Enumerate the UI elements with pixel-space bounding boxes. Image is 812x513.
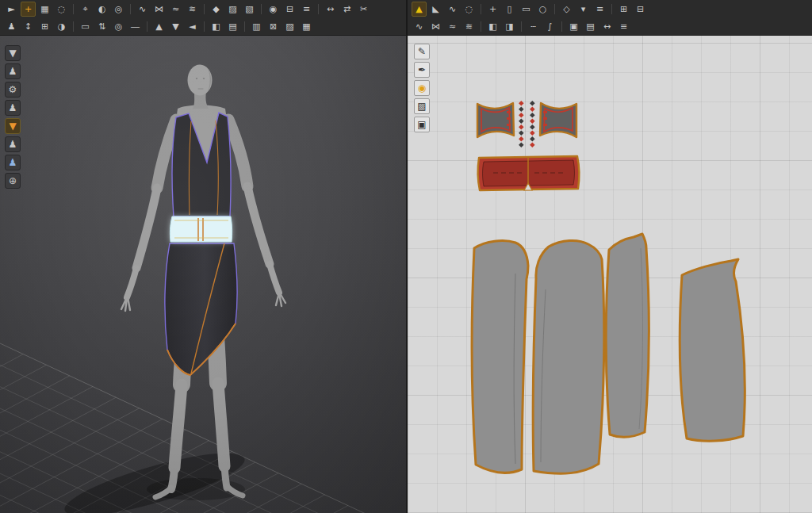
fit-map-tool[interactable]: ▧ (242, 2, 257, 17)
tack-on-avatar-tool[interactable]: ◆ (209, 2, 224, 17)
x-ray-mesh-tool[interactable]: ◑ (54, 19, 69, 34)
pattern-3d-window-tool[interactable]: ▣ (566, 19, 581, 34)
fabric-layer-button[interactable]: ▨ (414, 98, 430, 114)
lock-pattern-button[interactable]: ▣ (414, 117, 430, 132)
stitch-mark (530, 101, 535, 106)
toolbar-separator (127, 2, 134, 17)
simulation-quality-button[interactable]: ⚙ (5, 82, 21, 98)
toolbar-separator (477, 2, 485, 17)
wireframe-view-tool[interactable]: ▦ (299, 19, 314, 34)
show-3d-garment-button[interactable]: ▼ (5, 45, 21, 61)
pattern-piece-back-panel[interactable] (680, 259, 745, 441)
measure-3d-tool[interactable]: ↔ (323, 2, 338, 17)
zoom-area-tool[interactable]: ◎ (111, 2, 126, 17)
button-tool[interactable]: ◉ (266, 2, 281, 17)
environment-globe-button[interactable]: ⊕ (5, 173, 21, 189)
free-sewing-tool[interactable]: ≈ (445, 19, 460, 34)
pattern-piece-waistband[interactable] (478, 156, 580, 190)
topstitch-tool[interactable]: ┄ (526, 19, 541, 34)
arrangement-points-tool[interactable]: ⊞ (37, 19, 52, 34)
dart-tool[interactable]: ◇ (559, 2, 574, 17)
drag-cloth-tool[interactable]: ◐ (94, 2, 109, 17)
uv-view-tool[interactable]: ⊠ (266, 19, 281, 34)
measure-height-tool[interactable]: ⇅ (94, 19, 109, 34)
toolbar-2d-row1: ▲◣∿◌+▯▭○◇▾≡⊞⊟ (408, 0, 812, 17)
snap-to-grid-tool[interactable]: ⊟ (633, 2, 648, 17)
floor-grid-line (0, 354, 23, 513)
pattern-piece-cuff-right[interactable] (540, 103, 576, 137)
toolbar-separator (551, 2, 558, 17)
toolbar-separator (608, 2, 615, 17)
lasso-select-tool[interactable]: ◌ (54, 2, 69, 17)
transform-pattern-tool[interactable]: ▲ (412, 2, 427, 17)
edit-pattern-tool[interactable]: ◣ (428, 2, 443, 17)
walk-pose-tool[interactable]: ▼ (168, 19, 183, 34)
scissors-tool[interactable]: ✂ (356, 2, 371, 17)
segment-sewing-3d-tool[interactable]: ⋈ (151, 2, 167, 17)
show-sewing-lines-tool[interactable]: ▤ (583, 19, 598, 34)
add-point-tool[interactable]: + (485, 2, 500, 17)
seam-allowance-tool[interactable]: ≡ (592, 2, 607, 17)
select-mesh-tool[interactable]: ▦ (37, 2, 52, 17)
shirring-tool[interactable]: ∫ (542, 19, 557, 34)
pattern-piece-cuff-left[interactable] (477, 103, 514, 137)
fold-sewing-tool[interactable]: ◧ (485, 19, 500, 34)
edit-pattern-icon: ◣ (432, 5, 439, 13)
texture-view-tool[interactable]: ▨ (282, 19, 297, 34)
avatar-skin-button[interactable]: ♟ (5, 155, 21, 170)
segment-sewing-tool[interactable]: ⋈ (428, 19, 443, 34)
fold-sewing-icon: ◧ (488, 22, 496, 31)
needle-button[interactable]: ✒ (414, 62, 430, 78)
free-sewing-3d-tool[interactable]: ≈ (168, 2, 183, 17)
toolbar-2d-half: ▲◣∿◌+▯▭○◇▾≡⊞⊟ ∿⋈≈≋◧◨┄∫▣▤↔≡ (406, 0, 812, 36)
grading-tool[interactable]: ≡ (616, 19, 631, 34)
flatten-view-tool[interactable]: ▥ (249, 19, 264, 34)
viewport-3d[interactable]: ▼♟⚙♟▼♟♟⊕ (0, 36, 406, 513)
pattern-piece-front-left[interactable] (472, 241, 528, 473)
bounding-volume-tool[interactable]: ▭ (78, 19, 93, 34)
polygon-pattern-tool[interactable]: ▯ (502, 2, 517, 17)
select-move-tool[interactable]: + (21, 2, 36, 17)
edit-sewing-3d-tool[interactable]: ∿ (135, 2, 150, 17)
circle-pattern-tool[interactable]: ○ (535, 2, 550, 17)
avatar-tape-tool[interactable]: ⇄ (339, 2, 354, 17)
edit-curvature-tool[interactable]: ∿ (445, 2, 460, 17)
show-avatar-icon: ♟ (8, 22, 16, 31)
notch-dart-tool[interactable]: ▾ (576, 2, 591, 17)
avatar-size-tool[interactable]: ↕ (21, 19, 36, 34)
show-avatar-tool[interactable]: ♟ (4, 19, 19, 34)
unfold-sewing-tool[interactable]: ◨ (502, 19, 517, 34)
grain-line-button[interactable]: ◉ (414, 80, 430, 96)
simulate-tool[interactable]: ► (4, 2, 19, 17)
avatar-pose-button[interactable]: ♟ (5, 136, 21, 152)
pin-tool[interactable]: ⌖ (78, 2, 93, 17)
edit-sewing-tool[interactable]: ∿ (412, 19, 427, 34)
stitch-mark (530, 124, 535, 130)
mn-sewing-tool[interactable]: ≋ (462, 19, 477, 34)
tape-measure-tool[interactable]: ― (128, 19, 143, 34)
zipper-tool[interactable]: ≡ (299, 2, 314, 17)
render-view-tool[interactable]: ◧ (209, 19, 224, 34)
rectangle-pattern-tool[interactable]: ▭ (519, 2, 534, 17)
show-3d-avatar-button[interactable]: ♟ (5, 63, 21, 79)
measure-circumference-tool[interactable]: ◎ (111, 19, 126, 34)
buttonhole-tool[interactable]: ⊟ (282, 2, 297, 17)
show-avatar-accessories-button[interactable]: ♟ (5, 100, 21, 116)
garment-3d[interactable] (165, 113, 237, 375)
mn-sewing-3d-tool[interactable]: ≋ (185, 2, 200, 17)
avatar-skin-icon: ♟ (9, 158, 17, 167)
show-2d-grid-tool[interactable]: ⊞ (616, 2, 631, 17)
pattern-piece-front-right[interactable] (533, 240, 604, 473)
scene-view-tool[interactable]: ▤ (225, 19, 240, 34)
pattern-3d-window-icon: ▣ (569, 22, 577, 31)
show-garment-fit-button[interactable]: ▼ (5, 118, 21, 134)
viewport-2d[interactable]: ✎✒◉▨▣ (406, 36, 812, 513)
pick-pose-tool[interactable]: ◄ (185, 19, 200, 34)
edit-curve-point-tool[interactable]: ◌ (462, 2, 477, 17)
fabric-strain-map-tool[interactable]: ▨ (225, 2, 240, 17)
pose-edit-tool[interactable]: ▲ (151, 19, 167, 34)
pattern-piece-side-panel[interactable] (606, 234, 649, 437)
measure-2d-tool[interactable]: ↔ (599, 19, 615, 34)
edit-pen-button[interactable]: ✎ (414, 44, 430, 59)
pattern-tool-strip-2d: ✎✒◉▨▣ (414, 44, 430, 132)
